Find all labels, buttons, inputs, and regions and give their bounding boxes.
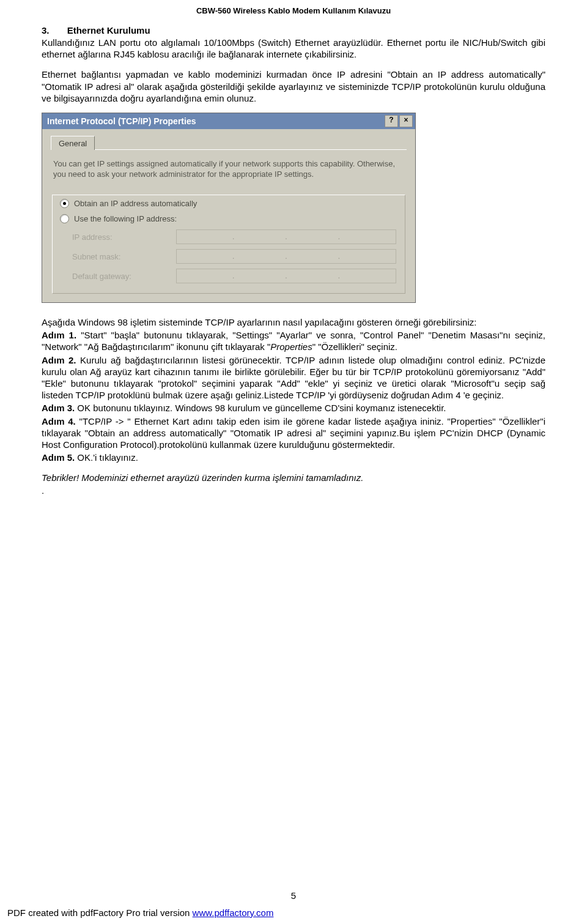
congrats-text: Tebrikler! Modeminizi ethernet arayüzü ü…: [42, 472, 545, 483]
step-3: Adım 3. OK butonunu tıklayınız. Windows …: [42, 402, 545, 414]
radio-icon: [60, 199, 69, 208]
pdf-footer-text: PDF created with pdfFactory Pro trial ve…: [7, 907, 193, 918]
page-number: 5: [0, 890, 587, 901]
dialog-window: Internet Protocol (TCP/IP) Properties ? …: [42, 113, 416, 303]
trailing-dot: .: [42, 485, 545, 496]
step-2-text: Kurulu ağ bağdaştırıcılarının listesi gö…: [42, 355, 545, 401]
ip-fieldset: Obtain an IP address automatically Use t…: [52, 195, 405, 294]
dialog-titlebar: Internet Protocol (TCP/IP) Properties ? …: [42, 113, 415, 129]
step-1-italic: Properties: [270, 341, 312, 352]
step-5-text: OK.'i tıklayınız.: [75, 452, 138, 463]
step-2-label: Adım 2.: [42, 355, 76, 365]
step-1-label: Adım 1.: [42, 330, 76, 340]
close-button[interactable]: ×: [399, 115, 413, 127]
radio-obtain-auto-label: Obtain an IP address automatically: [74, 199, 197, 208]
radio-use-following[interactable]: Use the following IP address:: [60, 214, 397, 223]
step-2: Adım 2. Kurulu ağ bağdaştırıcılarının li…: [42, 354, 545, 401]
paragraph-2: Ethernet bağlantısı yapmadan ve kablo mo…: [42, 69, 545, 104]
step-3-label: Adım 3.: [42, 403, 75, 413]
step-4-label: Adım 4.: [42, 416, 76, 427]
ip-address-input[interactable]: ...: [176, 229, 396, 244]
default-gateway-input[interactable]: ...: [176, 269, 396, 283]
section-heading: 3. Ethernet Kurulumu: [42, 25, 545, 35]
step-4-text: "TCP/IP -> " Ethernet Kart adını takip e…: [42, 416, 545, 450]
step-3-text: OK butonunu tıklayınız. Windows 98 kurul…: [75, 403, 446, 413]
subnet-mask-input[interactable]: ...: [176, 249, 396, 264]
section-title: Ethernet Kurulumu: [67, 25, 150, 35]
help-button[interactable]: ?: [385, 115, 398, 127]
step-5: Adım 5. OK.'i tıklayınız.: [42, 452, 545, 463]
radio-icon: [60, 214, 69, 223]
dialog-description: You can get IP settings assigned automat…: [53, 158, 404, 180]
radio-use-following-label: Use the following IP address:: [74, 214, 177, 223]
pdf-footer: PDF created with pdfFactory Pro trial ve…: [7, 907, 273, 918]
step-1: Adım 1. "Start" "başla" butonunu tıklaya…: [42, 329, 545, 352]
step-1-text-b: " "Özellikleri" seçiniz.: [312, 341, 397, 352]
pdf-factory-link[interactable]: www.pdffactory.com: [193, 907, 274, 918]
subnet-mask-label: Subnet mask:: [72, 252, 176, 261]
radio-obtain-auto[interactable]: Obtain an IP address automatically: [60, 199, 397, 208]
document-header: CBW-560 Wireless Kablo Modem Kullanım Kı…: [42, 6, 545, 15]
step-5-label: Adım 5.: [42, 452, 75, 463]
step-4: Adım 4. "TCP/IP -> " Ethernet Kart adını…: [42, 415, 545, 451]
after-dialog-intro: Aşağıda Windows 98 işletim sisteminde TC…: [42, 316, 545, 328]
tab-general[interactable]: General: [51, 136, 95, 150]
section-number: 3.: [42, 25, 50, 35]
paragraph-1: Kullandığınız LAN portu oto algılamalı 1…: [42, 37, 545, 60]
ip-address-label: IP address:: [72, 233, 176, 242]
default-gateway-label: Default gateway:: [72, 272, 176, 281]
tcpip-dialog-figure: Internet Protocol (TCP/IP) Properties ? …: [42, 113, 545, 303]
dialog-title: Internet Protocol (TCP/IP) Properties: [47, 116, 196, 126]
